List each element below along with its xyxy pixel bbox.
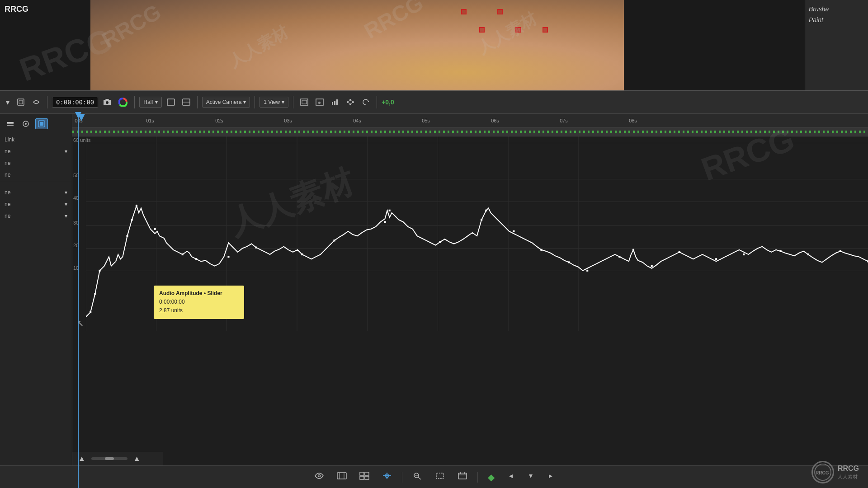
svg-rect-46 bbox=[195, 258, 197, 260]
svg-rect-7 bbox=[301, 99, 308, 105]
sidebar-item-ne5[interactable]: ne ▾ bbox=[0, 198, 72, 210]
scroll-thumb[interactable] bbox=[105, 457, 114, 460]
mask-circle-btn[interactable] bbox=[20, 119, 32, 129]
mask-icon-btn[interactable] bbox=[30, 97, 42, 108]
svg-rect-67 bbox=[807, 253, 809, 255]
right-panel-brushe: Brushe bbox=[809, 4, 829, 14]
svg-rect-4 bbox=[167, 99, 175, 105]
sidebar-item-ne3[interactable]: ne bbox=[0, 169, 72, 181]
refresh-btn[interactable] bbox=[359, 97, 372, 107]
tooltip-title: Audio Amplitude • Slider bbox=[159, 289, 239, 298]
color-wheel-btn[interactable] bbox=[116, 96, 130, 108]
divider-6 bbox=[377, 96, 377, 108]
svg-rect-13 bbox=[336, 99, 338, 105]
keyframe-btn[interactable] bbox=[35, 118, 48, 129]
svg-rect-77 bbox=[365, 476, 369, 479]
sidebar-item-link[interactable]: Link bbox=[0, 134, 72, 145]
sidebar-ne1-arrow: ▾ bbox=[65, 148, 67, 155]
calendar-btn[interactable] bbox=[455, 470, 470, 484]
svg-rect-48 bbox=[255, 247, 257, 249]
sidebar-item-ne2[interactable]: ne bbox=[0, 157, 72, 169]
dropdown-toggle[interactable]: ▾ bbox=[4, 97, 12, 108]
sidebar-item-ne1[interactable]: ne ▾ bbox=[0, 145, 72, 157]
svg-rect-23 bbox=[7, 123, 14, 124]
visibility-btn[interactable] bbox=[311, 470, 327, 484]
bottom-mini-controls: ▲ ▲ bbox=[72, 452, 163, 465]
bottom-divider-1 bbox=[402, 472, 402, 483]
rrcg-text-block: RRCG 人人素材 bbox=[838, 465, 859, 480]
frame-icon-btn[interactable] bbox=[14, 97, 27, 108]
graph-area: 60 units 50 40 30 20 10 bbox=[72, 136, 868, 331]
svg-rect-12 bbox=[334, 101, 335, 105]
keyframe-arrow-2[interactable] bbox=[544, 470, 557, 484]
box-icon-2[interactable] bbox=[180, 97, 193, 107]
svg-rect-71 bbox=[337, 473, 346, 479]
sidebar-divider bbox=[0, 181, 72, 187]
rrcg-circle-logo: RRCG bbox=[811, 461, 834, 483]
svg-rect-75 bbox=[365, 472, 369, 475]
timeline-area: 00s 01s 02s 03s 04s 05s 06s 07s 08s 60 u… bbox=[72, 114, 868, 488]
rect-select-btn[interactable] bbox=[432, 470, 448, 484]
camera-dropdown[interactable]: Active Camera ▾ bbox=[202, 97, 250, 108]
time-marker-8s: 08s bbox=[629, 118, 637, 123]
svg-point-2 bbox=[106, 101, 108, 104]
time-marker-2s: 02s bbox=[215, 118, 223, 123]
node-btn[interactable] bbox=[344, 97, 357, 107]
svg-rect-47 bbox=[227, 256, 229, 258]
quality-dropdown[interactable]: Half ▾ bbox=[139, 97, 161, 108]
divider-2 bbox=[134, 96, 135, 108]
track-dots bbox=[72, 131, 868, 133]
keyframe-down-1[interactable] bbox=[524, 470, 537, 484]
box-icon-1[interactable] bbox=[165, 97, 177, 107]
keyframe-diamond-1[interactable]: ◆ bbox=[485, 470, 497, 484]
scroll-down-btn[interactable]: ▲ bbox=[131, 453, 143, 464]
playhead[interactable] bbox=[78, 114, 79, 488]
grid-btn[interactable] bbox=[357, 470, 372, 484]
svg-text:RRCG: RRCG bbox=[816, 470, 829, 475]
svg-rect-0 bbox=[18, 99, 24, 105]
camera-arrow: ▾ bbox=[243, 99, 246, 105]
track-square-5 bbox=[542, 27, 548, 33]
svg-rect-45 bbox=[182, 253, 184, 255]
svg-rect-41 bbox=[127, 235, 128, 237]
camera-label: Active Camera bbox=[206, 99, 242, 105]
sidebar-item-ne4[interactable]: ne ▾ bbox=[0, 187, 72, 198]
film-btn[interactable] bbox=[334, 470, 349, 484]
stats-btn[interactable] bbox=[329, 97, 341, 107]
camera-icon-btn[interactable] bbox=[101, 97, 113, 107]
rrcg-logo: RRCG RRCG 人人素材 bbox=[811, 461, 859, 483]
view-dropdown[interactable]: 1 View ▾ bbox=[259, 97, 288, 108]
sidebar-item-ne6[interactable]: ne ▾ bbox=[0, 210, 72, 222]
svg-rect-42 bbox=[131, 219, 133, 221]
divider-1 bbox=[47, 96, 47, 108]
svg-rect-28 bbox=[40, 122, 43, 126]
svg-rect-66 bbox=[780, 250, 782, 252]
svg-line-19 bbox=[350, 100, 353, 102]
svg-rect-59 bbox=[586, 270, 588, 272]
svg-rect-62 bbox=[651, 265, 653, 267]
divider-4 bbox=[255, 96, 255, 108]
watermark-1: RRCG bbox=[98, 0, 165, 53]
zoom-btn[interactable]: ⊕ bbox=[313, 97, 326, 107]
magnify-btn[interactable] bbox=[410, 470, 425, 484]
snap-btn[interactable] bbox=[379, 470, 395, 484]
view-label: 1 View bbox=[264, 99, 280, 105]
svg-rect-49 bbox=[301, 253, 303, 255]
svg-point-70 bbox=[318, 475, 320, 477]
divider-3 bbox=[197, 96, 198, 108]
svg-rect-1 bbox=[19, 100, 23, 104]
time-marker-4s: 04s bbox=[353, 118, 361, 123]
track-square-3 bbox=[479, 27, 485, 33]
safe-frame-btn[interactable] bbox=[298, 97, 311, 107]
sidebar-link-label: Link bbox=[5, 136, 14, 143]
svg-rect-43 bbox=[136, 205, 137, 207]
view-arrow: ▾ bbox=[282, 99, 284, 105]
tooltip: Audio Amplitude • Slider 0:00:00:00 2,87… bbox=[154, 286, 244, 319]
svg-rect-24 bbox=[7, 125, 14, 126]
toolbar: ▾ 0:00:00:00 Half ▾ bbox=[0, 90, 868, 114]
keyframe-arrow-1[interactable] bbox=[505, 470, 517, 484]
time-marker-7s: 07s bbox=[560, 118, 568, 123]
layer-icon[interactable] bbox=[5, 119, 16, 129]
timeline-ruler: 00s 01s 02s 03s 04s 05s 06s 07s 08s bbox=[72, 114, 868, 127]
timecode-display[interactable]: 0:00:00:00 bbox=[52, 97, 98, 108]
